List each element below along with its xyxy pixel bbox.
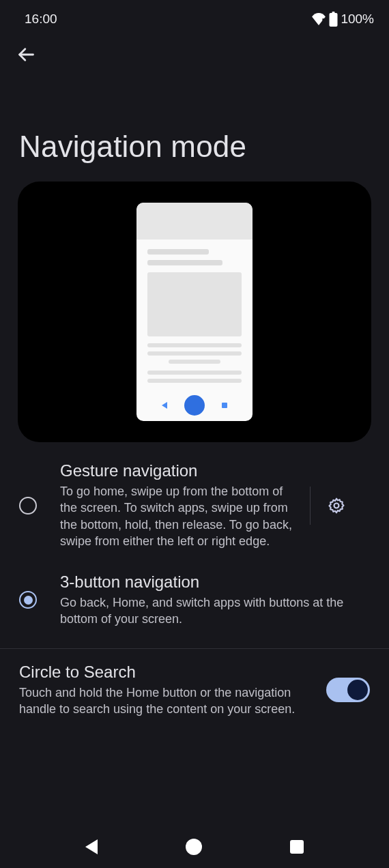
svg-rect-0 <box>323 18 325 24</box>
option-title: 3-button navigation <box>60 573 370 592</box>
navigation-preview <box>18 182 371 442</box>
status-time: 16:00 <box>25 12 57 27</box>
system-home-button[interactable] <box>186 839 202 855</box>
svg-point-1 <box>323 25 325 25</box>
divider <box>310 487 311 525</box>
phone-mockup <box>136 203 253 421</box>
system-recent-button[interactable] <box>290 840 304 854</box>
radio-three-button[interactable] <box>19 591 37 609</box>
system-nav-bar <box>0 826 389 868</box>
system-back-button[interactable] <box>85 839 98 854</box>
status-bar: 16:00 100% <box>0 0 389 34</box>
status-right: 100% <box>311 12 374 27</box>
toggle-title: Circle to Search <box>19 663 314 682</box>
svg-rect-2 <box>330 13 338 27</box>
toggle-description: Touch and hold the Home button or the na… <box>19 684 314 718</box>
arrow-left-icon <box>16 45 35 64</box>
option-gesture-navigation[interactable]: Gesture navigation To go home, swipe up … <box>0 459 389 568</box>
option-description: Go back, Home, and switch apps with butt… <box>60 594 370 628</box>
battery-icon <box>329 12 338 27</box>
svg-rect-3 <box>332 12 335 14</box>
mock-back-icon <box>162 402 167 409</box>
toggle-text: Circle to Search Touch and hold the Home… <box>19 663 314 718</box>
wifi-icon <box>311 13 326 25</box>
option-three-button-navigation[interactable]: 3-button navigation Go back, Home, and s… <box>0 568 389 639</box>
circle-to-search-toggle[interactable] <box>326 678 370 702</box>
mock-home-icon <box>184 395 205 416</box>
battery-percent: 100% <box>341 12 374 27</box>
gesture-settings-button[interactable] <box>321 491 351 521</box>
back-button[interactable] <box>15 44 37 66</box>
option-text: Gesture navigation To go home, swipe up … <box>60 461 299 549</box>
app-bar <box>0 34 389 75</box>
switch-thumb <box>347 680 368 700</box>
gear-icon <box>328 497 345 515</box>
option-text: 3-button navigation Go back, Home, and s… <box>60 573 370 628</box>
svg-point-5 <box>334 503 339 508</box>
page-title: Navigation mode <box>0 75 389 182</box>
mock-recent-icon <box>222 403 227 408</box>
option-description: To go home, swipe up from the bottom of … <box>60 483 299 549</box>
option-title: Gesture navigation <box>60 461 299 480</box>
circle-to-search-row: Circle to Search Touch and hold the Home… <box>0 649 389 732</box>
radio-gesture[interactable] <box>19 497 37 515</box>
